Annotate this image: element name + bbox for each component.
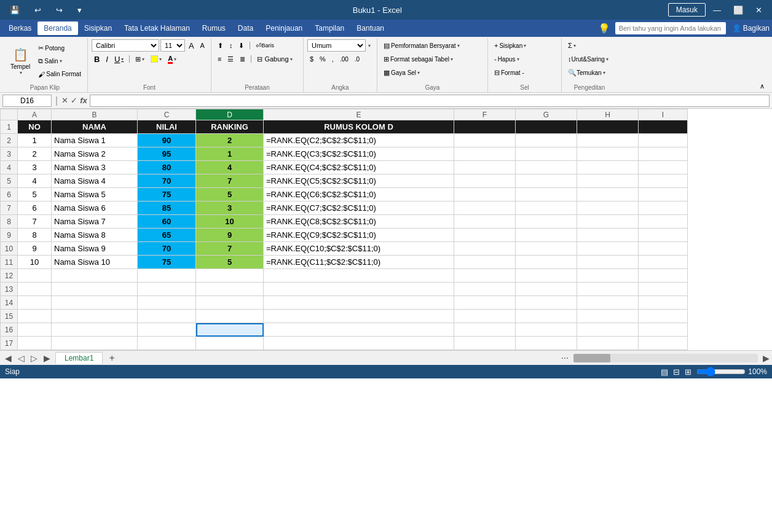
cell-i16[interactable] xyxy=(639,323,688,337)
sort-btn[interactable]: ↕ Urut&Saring ▾ xyxy=(565,53,611,65)
cell-a8[interactable]: 7 xyxy=(18,215,52,229)
cell-c8[interactable]: 60 xyxy=(138,215,196,229)
cell-f3[interactable] xyxy=(454,147,516,161)
cell-b4[interactable]: Nama Siswa 3 xyxy=(52,161,138,174)
cell-d12[interactable] xyxy=(196,269,264,283)
cell-h17[interactable] xyxy=(577,337,639,350)
col-header-g[interactable]: G xyxy=(516,109,577,120)
cell-d3[interactable]: 1 xyxy=(196,147,264,161)
cell-i3[interactable] xyxy=(639,147,688,161)
cell-i9[interactable] xyxy=(639,229,688,242)
horizontal-scroll-thumb[interactable] xyxy=(573,354,610,362)
row-num-14[interactable]: 14 xyxy=(1,296,18,310)
cell-h2[interactable] xyxy=(577,134,639,147)
sheet-nav-right-btn[interactable]: ▶ xyxy=(41,353,53,363)
cell-a1[interactable]: NO xyxy=(18,120,52,134)
cell-c1[interactable]: NILAI xyxy=(138,120,196,134)
maximize-btn[interactable]: ⬜ xyxy=(728,4,748,16)
col-header-f[interactable]: F xyxy=(454,109,516,120)
cell-g1[interactable] xyxy=(516,120,577,134)
cell-b1[interactable]: NAMA xyxy=(52,120,138,134)
cell-f9[interactable] xyxy=(454,229,516,242)
cell-e14[interactable] xyxy=(264,296,454,310)
cell-c17[interactable] xyxy=(138,337,196,350)
decrease-decimal-btn[interactable]: .0 xyxy=(352,53,362,65)
confirm-formula-btn[interactable]: ✓ xyxy=(71,96,77,105)
horizontal-scrollbar[interactable] xyxy=(573,354,758,362)
cell-d9[interactable]: 9 xyxy=(196,229,264,242)
row-num-17[interactable]: 17 xyxy=(1,337,18,350)
row-num-8[interactable]: 8 xyxy=(1,215,18,229)
cell-g5[interactable] xyxy=(516,174,577,188)
cell-h9[interactable] xyxy=(577,229,639,242)
cell-h12[interactable] xyxy=(577,269,639,283)
row-num-9[interactable]: 9 xyxy=(1,229,18,242)
row-num-10[interactable]: 10 xyxy=(1,242,18,256)
cell-a13[interactable] xyxy=(18,283,52,296)
col-header-a[interactable]: A xyxy=(18,109,52,120)
row-num-16[interactable]: 16 xyxy=(1,323,18,337)
add-sheet-btn[interactable]: + xyxy=(105,353,118,364)
cell-d1[interactable]: RANKING xyxy=(196,120,264,134)
cell-b2[interactable]: Nama Siswa 1 xyxy=(52,134,138,147)
sheet-tab-lembar1[interactable]: Lembar1 xyxy=(55,352,103,364)
cell-g10[interactable] xyxy=(516,242,577,256)
row-num-3[interactable]: 3 xyxy=(1,147,18,161)
cell-g11[interactable] xyxy=(516,256,577,269)
cell-reference-box[interactable] xyxy=(2,95,52,107)
format-as-table-btn[interactable]: ⊞ Format sebagai Tabel ▾ xyxy=(381,53,455,65)
cell-b16[interactable] xyxy=(52,323,138,337)
cell-b14[interactable] xyxy=(52,296,138,310)
underline-button[interactable]: U ▾ xyxy=(112,53,126,65)
cell-g13[interactable] xyxy=(516,283,577,296)
cell-d5[interactable]: 7 xyxy=(196,174,264,188)
cell-f6[interactable] xyxy=(454,188,516,201)
decrease-font-btn[interactable]: A xyxy=(198,39,207,52)
align-bottom-btn[interactable]: ⬇ xyxy=(236,39,246,52)
border-button[interactable]: ⊞▾ xyxy=(133,53,147,65)
paste-button[interactable]: Tempel ▾ xyxy=(6,44,34,79)
cell-e15[interactable] xyxy=(264,310,454,323)
cell-d7[interactable]: 3 xyxy=(196,201,264,215)
page-layout-btn[interactable]: ⊟ xyxy=(673,367,680,377)
copy-button[interactable]: ⧉ Salin ▾ xyxy=(36,55,84,68)
cell-e4[interactable]: =RANK.EQ(C4;$C$2:$C$11;0) xyxy=(264,161,454,174)
cell-g16[interactable] xyxy=(516,323,577,337)
cell-d17[interactable] xyxy=(196,337,264,350)
cell-g17[interactable] xyxy=(516,337,577,350)
cell-g14[interactable] xyxy=(516,296,577,310)
cell-g8[interactable] xyxy=(516,215,577,229)
row-num-13[interactable]: 13 xyxy=(1,283,18,296)
normal-view-btn[interactable]: ▤ xyxy=(661,367,668,377)
cell-d14[interactable] xyxy=(196,296,264,310)
cell-b13[interactable] xyxy=(52,283,138,296)
cell-h15[interactable] xyxy=(577,310,639,323)
cell-i10[interactable] xyxy=(639,242,688,256)
bold-button[interactable]: B xyxy=(92,53,102,65)
cell-c16[interactable] xyxy=(138,323,196,337)
cell-c12[interactable] xyxy=(138,269,196,283)
cell-c13[interactable] xyxy=(138,283,196,296)
cell-b6[interactable]: Nama Siswa 5 xyxy=(52,188,138,201)
align-center-btn[interactable]: ☰ xyxy=(225,53,236,65)
row-num-1[interactable]: 1 xyxy=(1,120,18,134)
cell-d8[interactable]: 10 xyxy=(196,215,264,229)
cell-f4[interactable] xyxy=(454,161,516,174)
cell-a14[interactable] xyxy=(18,296,52,310)
cell-c9[interactable]: 65 xyxy=(138,229,196,242)
cell-d13[interactable] xyxy=(196,283,264,296)
menu-data[interactable]: Data xyxy=(232,22,259,35)
cell-b15[interactable] xyxy=(52,310,138,323)
zoom-slider[interactable] xyxy=(696,367,746,377)
cell-e7[interactable]: =RANK.EQ(C7;$C$2:$C$11;0) xyxy=(264,201,454,215)
sheet-nav-left-btn[interactable]: ◀ xyxy=(2,353,14,363)
currency-btn[interactable]: $ xyxy=(307,53,316,65)
cell-i11[interactable] xyxy=(639,256,688,269)
row-num-11[interactable]: 11 xyxy=(1,256,18,269)
row-num-2[interactable]: 2 xyxy=(1,134,18,147)
more-quick-btn[interactable]: ▾ xyxy=(73,4,87,16)
col-header-h[interactable]: H xyxy=(577,109,639,120)
cell-b8[interactable]: Nama Siswa 7 xyxy=(52,215,138,229)
cell-i8[interactable] xyxy=(639,215,688,229)
cell-e5[interactable]: =RANK.EQ(C5;$C$2:$C$11;0) xyxy=(264,174,454,188)
